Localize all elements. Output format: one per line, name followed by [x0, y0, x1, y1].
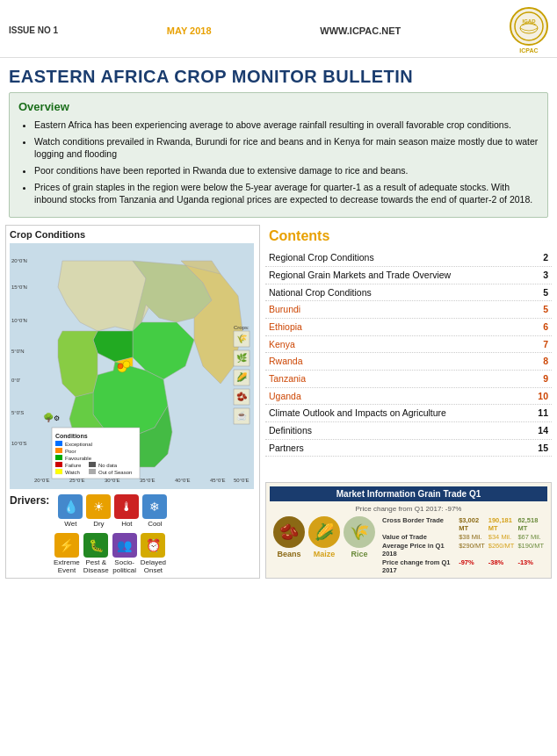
- svg-text:0°0': 0°0': [11, 378, 20, 383]
- svg-text:40°0'E: 40°0'E: [175, 478, 191, 483]
- rice-icon: 🌾: [344, 516, 375, 548]
- contents-item-uganda[interactable]: Uganda 10: [265, 388, 552, 406]
- svg-text:5°0'N: 5°0'N: [11, 349, 25, 354]
- driver-dry: ☀ Dry: [86, 494, 111, 528]
- svg-text:No data: No data: [98, 463, 118, 468]
- svg-text:20°0'N: 20°0'N: [11, 258, 27, 263]
- drivers-section: Drivers: 💧 Wet ☀ Dry 🌡 Hot ❄ Cool: [10, 494, 256, 528]
- contents-section: Contents Regional Crop Conditions 2 Regi…: [265, 225, 552, 475]
- driver-hot-label: Hot: [121, 520, 132, 528]
- svg-text:🌽: 🌽: [236, 371, 248, 383]
- dry-icon: ☀: [86, 494, 111, 519]
- col-label-avg: Average Price in Q1 2018: [382, 542, 455, 558]
- rice-value: $67 Mil.: [517, 533, 544, 541]
- driver-delayed-label: DelayedOnset: [141, 558, 166, 574]
- driver-dry-label: Dry: [93, 520, 104, 528]
- rice-change: -13%: [517, 558, 544, 574]
- contents-item-tanzania[interactable]: Tanzania 9: [265, 371, 552, 388]
- svg-text:10°0'N: 10°0'N: [11, 318, 27, 323]
- logo-area: IGAD ICPAC: [510, 7, 548, 54]
- beans-value: $38 Mil.: [459, 533, 485, 541]
- driver-cool: ❄ Cool: [142, 494, 167, 528]
- hot-icon: 🌡: [114, 494, 139, 519]
- svg-text:Favourable: Favourable: [65, 456, 92, 461]
- svg-point-5: [123, 361, 130, 368]
- svg-text:🌿: 🌿: [236, 352, 248, 364]
- overview-box: Overview Eastern Africa has been experie…: [9, 92, 548, 218]
- rice-label: Rice: [351, 550, 367, 558]
- driver-pest-label: Pest &Disease: [83, 558, 109, 574]
- market-info-title: Market Information Grain Trade Q1: [270, 486, 547, 501]
- contents-item-climate[interactable]: Climate Outlook and Impacts on Agricultu…: [265, 405, 552, 422]
- issue-number: ISSUE NO 1: [9, 25, 58, 35]
- driver-delayed: ⏰ DelayedOnset: [141, 533, 166, 574]
- top-header: ISSUE NO 1 MAY 2018 WWW.ICPAC.NET IGAD I…: [0, 0, 557, 58]
- drivers-icons: 💧 Wet ☀ Dry 🌡 Hot ❄ Cool: [58, 494, 167, 528]
- svg-text:Poor: Poor: [65, 449, 76, 454]
- svg-text:Failure: Failure: [65, 463, 82, 468]
- drivers-label: Drivers:: [10, 494, 49, 507]
- svg-text:Watch: Watch: [65, 470, 80, 475]
- svg-text:10°0'S: 10°0'S: [11, 441, 27, 446]
- beans-icon: 🫘: [273, 516, 305, 548]
- svg-text:5°0'S: 5°0'S: [11, 410, 24, 415]
- header-date: MAY 2018: [167, 25, 212, 36]
- driver-pest: 🐛 Pest &Disease: [83, 533, 109, 574]
- maize-avg: $260/MT: [488, 542, 515, 558]
- crop-conditions-panel: Crop Conditions: [5, 225, 260, 579]
- drivers-section-2: ⚡ ExtremeEvent 🐛 Pest &Disease 👥 Socio-p…: [54, 533, 256, 574]
- overview-bullet-3: Poor conditions have been reported in Rw…: [34, 164, 539, 177]
- extreme-icon: ⚡: [54, 533, 79, 558]
- svg-rect-44: [55, 469, 62, 474]
- col-label-change: Price change from Q1 2017: [382, 558, 455, 574]
- contents-title: Contents: [265, 228, 552, 244]
- contents-item-regional-crop[interactable]: Regional Crop Conditions 2: [265, 249, 552, 267]
- beans-avg: $290/MT: [459, 542, 485, 558]
- maize-label: Maize: [314, 550, 336, 558]
- contents-item-ethiopia[interactable]: Ethiopia 6: [265, 319, 552, 336]
- contents-item-partners[interactable]: Partners 15: [265, 440, 552, 457]
- header-left: ISSUE NO 1: [9, 25, 58, 35]
- svg-text:35°0'E: 35°0'E: [140, 478, 156, 483]
- svg-point-0: [515, 12, 543, 40]
- contents-item-kenya[interactable]: Kenya 7: [265, 336, 552, 354]
- cool-icon: ❄: [142, 494, 167, 519]
- org-name: ICPAC: [519, 47, 538, 54]
- maize-trade: 190,181 MT: [488, 516, 515, 532]
- contents-item-national[interactable]: National Crop Conditions 5: [265, 284, 552, 302]
- contents-list: Regional Crop Conditions 2 Regional Grai…: [265, 249, 552, 457]
- svg-text:🫘: 🫘: [236, 391, 248, 402]
- driver-extreme: ⚡ ExtremeEvent: [54, 533, 80, 574]
- svg-text:Out of Season: Out of Season: [98, 470, 132, 475]
- contents-item-burundi[interactable]: Burundi 5: [265, 301, 552, 319]
- two-col-layout: Crop Conditions: [0, 225, 557, 579]
- header-website: WWW.ICPAC.NET: [320, 25, 401, 36]
- market-data-table: Cross Border Trade $3,002 MT 190,181 MT …: [382, 516, 544, 574]
- commodity-rice: 🌾 Rice: [344, 516, 375, 558]
- driver-hot: 🌡 Hot: [114, 494, 139, 528]
- pest-icon: 🐛: [83, 533, 108, 558]
- driver-socio: 👥 Socio-political: [112, 533, 137, 574]
- crop-conditions-title: Crop Conditions: [10, 229, 256, 240]
- maize-change: -38%: [488, 558, 515, 574]
- rice-avg: $190/MT: [517, 542, 544, 558]
- svg-point-6: [118, 364, 123, 369]
- maize-value: $34 Mil.: [488, 533, 515, 541]
- contents-item-grain-markets[interactable]: Regional Grain Markets and Trade Overvie…: [265, 267, 552, 284]
- svg-text:⚙: ⚙: [54, 414, 60, 422]
- maize-icon: 🌽: [308, 516, 340, 548]
- market-subtitle: Price change from Q1 2017: -97%: [270, 505, 547, 513]
- contents-item-rwanda[interactable]: Rwanda 8: [265, 353, 552, 371]
- contents-item-definitions[interactable]: Definitions 14: [265, 422, 552, 440]
- svg-rect-42: [55, 462, 62, 467]
- svg-text:50°0'E: 50°0'E: [234, 478, 250, 483]
- svg-text:Crops:: Crops:: [234, 325, 250, 330]
- svg-text:☕: ☕: [236, 410, 248, 421]
- driver-extreme-label: ExtremeEvent: [54, 558, 80, 574]
- crop-map: 20°0'N 15°0'N 10°0'N 5°0'N 0°0' 5°0'S 10…: [10, 243, 254, 489]
- svg-rect-36: [55, 441, 62, 446]
- svg-text:15°0'N: 15°0'N: [11, 284, 27, 290]
- drivers-icons-2: ⚡ ExtremeEvent 🐛 Pest &Disease 👥 Socio-p…: [54, 533, 166, 574]
- overview-bullet-4: Prices of grain staples in the region we…: [34, 181, 539, 206]
- wet-icon: 💧: [58, 494, 83, 519]
